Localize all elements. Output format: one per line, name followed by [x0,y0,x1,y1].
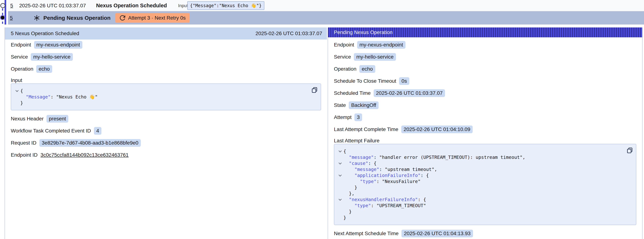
field-row-service: Servicemy-hello-service [11,53,321,60]
code-text: }, [344,190,354,196]
code-text: } [344,184,357,190]
code-line: "type": "UPSTREAM_TIMEOUT" [337,202,623,208]
field-label: Endpoint [11,42,31,48]
code-line: "applicationFailureInfo": { [337,172,623,178]
code-text: "message": "upstream timeout", [344,166,437,172]
failure-json-block: { "message": "handler error (UPSTREAM_TI… [334,144,636,225]
field-row-schedule-to-close-timeout: Schedule To Close Timeout0s [334,77,636,85]
field-row-service: Servicemy-hello-service [334,53,636,60]
retry-badge-label: Attempt 3 · Next Retry 0s [128,15,186,21]
code-line: "nexusHandlerFailureInfo": { [337,196,623,202]
code-line: } [337,208,623,215]
pending-panel-header-title: Pending Nexus Operation [334,30,393,35]
field-value-badge: echo [359,65,375,73]
field-label: Endpoint [334,42,354,48]
field-label: Next Attempt Schedule Time [334,230,398,236]
code-gutter [337,215,344,221]
field-value-badge: my-hello-service [31,53,73,61]
pending-panel-header: Pending Nexus Operation [328,28,642,37]
input-section-label: Input [11,77,321,84]
pending-row-id-link[interactable]: 5 [10,11,13,24]
pending-operation-panel: Pending Nexus Operation Endpointmy-nexus… [328,28,642,239]
code-text: } [20,100,23,106]
copy-button[interactable] [626,147,634,154]
field-value-badge: BackingOff [349,102,378,109]
failure-section-label: Last Attempt Failure [334,138,636,144]
code-line: } [14,100,308,106]
retry-icon [119,15,126,21]
pending-panel-body: Endpointmy-nexus-endpointServicemy-hello… [328,37,642,237]
code-text: } [344,215,346,221]
input-json-block: { "Message": "Nexus Echo 👋"} [11,84,321,110]
code-gutter [14,100,20,106]
collapse-chevron-icon[interactable] [339,161,342,164]
field-row-endpoint: Endpointmy-nexus-endpoint [11,41,321,48]
code-gutter [337,160,344,166]
field-row-next-attempt-schedule-time: Next Attempt Schedule Time2025-02-26 UTC… [334,230,636,237]
code-gutter [337,208,344,215]
timeline-node-open-icon [0,3,5,8]
event-history-row-scheduled[interactable]: 5 2025-02-26 UTC 01:03:37.07 Nexus Opera… [8,0,644,11]
field-label: Scheduled Time [334,90,371,96]
field-row-operation: Operationecho [11,65,321,73]
field-label: Schedule To Close Timeout [334,78,396,84]
code-text: "Message": "Nexus Echo 👋" [20,94,98,100]
field-value-badge: my-nexus-endpoint [357,41,406,49]
pending-nexus-operation-row[interactable]: 5 Pending Nexus Operation Attempt 3 · Ne… [8,11,644,24]
code-gutter [337,178,344,184]
collapse-chevron-icon[interactable] [339,149,342,152]
code-gutter [337,202,344,208]
code-text: "message": "handler error (UPSTREAM_TIME… [344,154,525,160]
timeline-active-bar [4,0,6,24]
event-title: Nexus Operation Scheduled [96,0,167,11]
code-gutter [337,196,344,202]
event-fields-top: Endpointmy-nexus-endpointServicemy-hello… [11,41,321,73]
code-text: "type": "UPSTREAM_TIMEOUT" [344,202,426,208]
retry-attempt-badge: Attempt 3 · Next Retry 0s [115,13,190,23]
collapse-chevron-icon[interactable] [16,89,19,92]
code-line: "cause": { [337,160,623,166]
pending-fields-top: Endpointmy-nexus-endpointServicemy-hello… [334,41,636,133]
code-line: }, [337,190,623,196]
field-value-badge: 3 [354,114,362,121]
field-value-link[interactable]: 3c0c75ccfa8144b092c13ce632463761 [40,151,128,159]
field-value-badge: 2025-02-26 UTC 01:04:13.93 [402,230,473,237]
code-gutter [337,166,344,172]
field-label: Last Attempt Complete Time [334,126,398,132]
code-text: "cause": { [344,160,376,166]
field-value-badge: echo [36,65,52,73]
event-timestamp: 2025-02-26 UTC 01:03:37.07 [19,0,86,11]
event-id-link[interactable]: 5 [10,0,13,11]
code-gutter [337,172,344,178]
timeline-node-current-icon [1,16,4,20]
copy-icon [311,86,318,94]
field-row-state: StateBackingOff [334,102,636,109]
collapse-chevron-icon[interactable] [339,198,342,200]
code-line: { [14,88,308,94]
code-gutter [337,154,344,160]
code-gutter [337,190,344,196]
code-line: } [337,184,623,190]
code-line: "type": "NexusFailure" [337,178,623,184]
field-row-endpoint-id: Endpoint ID3c0c75ccfa8144b092c13ce632463… [11,151,321,159]
field-value-badge: 3e829b7e-7d67-4b08-aad3-b1e868bfe9e0 [39,139,141,147]
copy-button[interactable] [311,86,318,94]
event-input-chip[interactable]: {"Message":"Nexus Echo 👋"} [187,1,264,10]
code-text: } [344,208,352,215]
event-input-label: Input [178,0,188,11]
field-label: Operation [11,66,33,72]
field-value-badge: 2025-02-26 UTC 01:03:37.07 [374,89,445,97]
pending-fields-bottom: Next Attempt Schedule Time2025-02-26 UTC… [334,230,636,237]
event-detail-header-title: 5 Nexus Operation Scheduled [11,30,79,36]
field-label: Request ID [11,140,36,146]
field-label: Service [11,54,28,60]
event-detail-header: 5 Nexus Operation Scheduled 2025-02-26 U… [5,28,327,40]
pending-row-title: Pending Nexus Operation [44,11,110,24]
event-fields-bottom: Nexus HeaderpresentWorkflow Task Complet… [11,115,321,159]
field-label: Workflow Task Completed Event ID [11,128,91,134]
collapse-chevron-icon[interactable] [339,173,342,176]
code-text: "applicationFailureInfo": { [344,172,429,178]
code-line: "Message": "Nexus Echo 👋" [14,94,308,100]
code-line: { [337,148,623,154]
copy-icon [626,147,633,154]
